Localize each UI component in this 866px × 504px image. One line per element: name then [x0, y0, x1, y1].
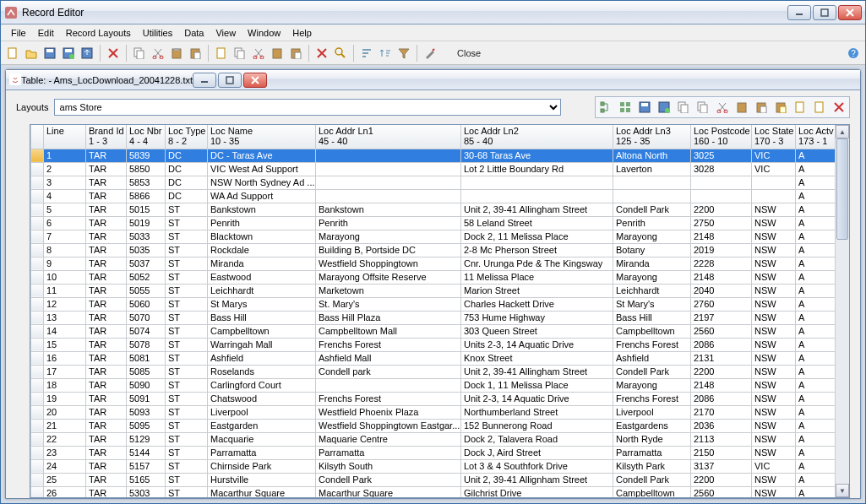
record-view-icon[interactable] [616, 98, 635, 117]
cell-addr3[interactable]: North Ryde [613, 432, 691, 446]
column-header[interactable]: Loc Addr Ln145 - 40 [316, 125, 461, 149]
table-row[interactable]: 9TAR5037STMirandaWestfield ShoppingtownC… [31, 257, 836, 270]
cell-loctype[interactable]: DC [166, 149, 208, 162]
cell-actv[interactable]: A [796, 216, 836, 230]
cell-brand[interactable]: TAR [86, 459, 127, 473]
cell-postcode[interactable] [691, 189, 752, 203]
cell-actv[interactable]: A [796, 311, 836, 324]
cell-addr3[interactable]: Campbelltown [613, 486, 691, 497]
cell-addr3[interactable]: Condell Park [613, 203, 691, 216]
cut-doc-icon[interactable] [250, 45, 267, 62]
cell-addr2[interactable]: 753 Hume Highway [461, 311, 613, 324]
cell-locnbr[interactable]: 5052 [127, 270, 166, 284]
cell-brand[interactable]: TAR [86, 365, 127, 378]
cell-addr3[interactable]: St Mary's [613, 297, 691, 311]
cell-addr2[interactable]: Lot 3 & 4 Southfork Drive [461, 459, 613, 473]
scroll-up-icon[interactable]: ▲ [836, 125, 849, 138]
column-header[interactable]: Loc Name10 - 35 [208, 125, 316, 149]
cell-actv[interactable]: A [796, 324, 836, 338]
cell-locnbr[interactable]: 5129 [127, 432, 166, 446]
cell-addr3[interactable]: Penrith [613, 216, 691, 230]
cell-brand[interactable]: TAR [86, 378, 127, 392]
cell-line[interactable]: 16 [44, 351, 86, 365]
cell-addr2[interactable]: Dock J, Aird Street [461, 446, 613, 459]
paste-icon[interactable] [168, 45, 185, 62]
cell-loctype[interactable]: DC [166, 189, 208, 203]
cell-addr3[interactable] [613, 189, 691, 203]
cell-line[interactable]: 4 [44, 189, 86, 203]
layouts-select[interactable]: ams Store [54, 99, 561, 116]
cell-addr2[interactable]: Gilchrist Drive [461, 486, 613, 497]
row-selector[interactable] [31, 203, 44, 216]
cell-brand[interactable]: TAR [86, 297, 127, 311]
options-icon[interactable] [422, 45, 438, 62]
cell-actv[interactable]: A [796, 446, 836, 459]
inner-new2-icon[interactable] [810, 98, 829, 117]
cell-locname[interactable]: Ashfield [208, 351, 316, 365]
cell-line[interactable]: 12 [44, 297, 86, 311]
cell-state[interactable]: NSW [752, 486, 796, 497]
cell-addr2[interactable]: Unit 2-3, 14 Aquatic Drive [461, 392, 613, 405]
cell-brand[interactable]: TAR [86, 419, 127, 432]
inner-paste2-icon[interactable] [752, 98, 771, 117]
row-selector[interactable] [31, 486, 44, 497]
cell-locnbr[interactable]: 5015 [127, 203, 166, 216]
cell-addr2[interactable]: 303 Queen Street [461, 324, 613, 338]
cell-actv[interactable]: A [796, 189, 836, 203]
cell-loctype[interactable]: ST [166, 311, 208, 324]
cell-locname[interactable]: Liverpool [208, 405, 316, 419]
cell-postcode[interactable]: 2148 [691, 270, 752, 284]
cell-loctype[interactable]: ST [166, 432, 208, 446]
cell-addr3[interactable]: Bass Hill [613, 311, 691, 324]
table-row[interactable]: 6TAR5019STPenrithPenrith58 Leland Street… [31, 216, 836, 230]
inner-new-icon[interactable] [791, 98, 809, 117]
cell-brand[interactable]: TAR [86, 311, 127, 324]
cell-loctype[interactable]: DC [166, 176, 208, 189]
cell-brand[interactable]: TAR [86, 203, 127, 216]
row-selector[interactable] [31, 405, 44, 419]
close-link[interactable]: Close [457, 48, 481, 58]
table-row[interactable]: 13TAR5070STBass HillBass Hill Plaza753 H… [31, 311, 836, 324]
cell-state[interactable]: VIC [752, 162, 796, 176]
cell-locnbr[interactable]: 5157 [127, 459, 166, 473]
row-selector[interactable] [31, 432, 44, 446]
table-row[interactable]: 20TAR5093STLiverpoolWestfield Phoenix Pl… [31, 405, 836, 419]
cell-actv[interactable]: A [796, 297, 836, 311]
cell-locname[interactable]: NSW North Sydney Ad ... [208, 176, 316, 189]
table-row[interactable]: 25TAR5165STHurstvilleCondell ParkUnit 2,… [31, 473, 836, 486]
cell-actv[interactable]: A [796, 432, 836, 446]
cell-loctype[interactable]: ST [166, 216, 208, 230]
cell-locname[interactable]: DC - Taras Ave [208, 149, 316, 162]
cell-addr2[interactable]: Dock 2, 11 Melissa Place [461, 230, 613, 243]
row-selector[interactable] [31, 297, 44, 311]
cell-addr3[interactable]: Leichhardt [613, 284, 691, 297]
help-icon[interactable]: ? [845, 45, 862, 62]
cell-locnbr[interactable]: 5033 [127, 230, 166, 243]
cell-loctype[interactable]: ST [166, 392, 208, 405]
cell-locname[interactable]: Warringah Mall [208, 338, 316, 351]
cell-line[interactable]: 19 [44, 392, 86, 405]
table-row[interactable]: 24TAR5157STChirnside ParkKilsyth SouthLo… [31, 459, 836, 473]
cell-actv[interactable]: A [796, 243, 836, 257]
column-header[interactable]: Brand Id1 - 3 [86, 125, 127, 149]
cell-postcode[interactable]: 2086 [691, 392, 752, 405]
cell-actv[interactable]: A [796, 378, 836, 392]
inner-titlebar[interactable]: Table: - Ams_LocDownload_20041228.txt [6, 70, 860, 90]
cell-actv[interactable]: A [796, 405, 836, 419]
cell-locname[interactable]: Macarthur Square [208, 486, 316, 497]
cell-state[interactable]: NSW [752, 365, 796, 378]
cell-actv[interactable]: A [796, 365, 836, 378]
scroll-down-icon[interactable]: ▼ [836, 484, 849, 497]
inner-copy2-icon[interactable] [694, 98, 712, 117]
cell-addr3[interactable]: Kilsyth Park [613, 459, 691, 473]
cell-loctype[interactable]: ST [166, 284, 208, 297]
cell-locnbr[interactable]: 5019 [127, 216, 166, 230]
cell-addr1[interactable] [316, 189, 461, 203]
cell-actv[interactable]: A [796, 162, 836, 176]
cell-postcode[interactable]: 2148 [691, 378, 752, 392]
sort-asc-icon[interactable] [377, 45, 394, 62]
cell-addr2[interactable]: 2-8 Mc Pherson Street [461, 243, 613, 257]
cell-loctype[interactable]: ST [166, 324, 208, 338]
table-row[interactable]: 23TAR5144STParramattaParramattaDock J, A… [31, 446, 836, 459]
cell-addr1[interactable]: Marayong Offsite Reserve [316, 270, 461, 284]
